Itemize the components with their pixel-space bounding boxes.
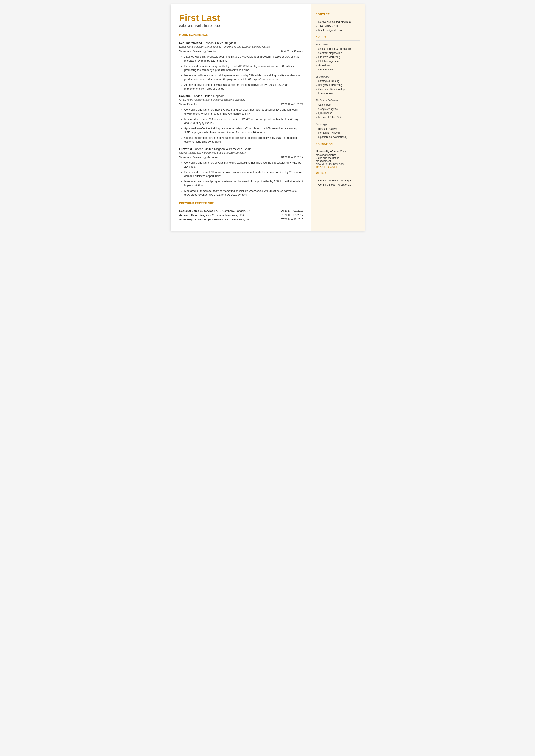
contact-list: Derbyshire, United Kingdom +44 123456789… [316,20,360,33]
job-2-role-title: Sales Director [179,102,278,106]
job-1-company-desc: Education technology startup with 50+ em… [179,45,303,48]
job-3-company-location: London, United Kingdom & Barcelona, Spai… [193,147,251,151]
job-2-company-name: Polyhire, [179,95,191,98]
sidebar: CONTACT Derbyshire, United Kingdom +44 1… [311,4,365,231]
contact-item-email: first.last@gmail.com [316,28,360,32]
language-item: English (Native) [316,127,360,131]
bullet-item: Championed implementing a new sales proc… [182,136,303,144]
contact-item-location: Derbyshire, United Kingdom [316,20,360,24]
other-list: Certified Marketing Manager. Certified S… [316,179,360,187]
prev-exp-dates-2: 01/2016 – 05/2017 [281,213,303,217]
prev-exp-title-bold-3: Sales Representative (Internship), [179,218,225,221]
edu-school: University of New York [316,150,360,153]
prev-exp-title-rest-1: ABC Company, London, UK [215,209,250,212]
edu-degree-line2: Sales and Marketing [316,156,360,159]
contact-heading: CONTACT [316,13,360,16]
prev-exp-row-2: Account Executive, XYZ Company, New York… [179,213,303,217]
tool-item: QuickBooks [316,111,360,115]
bullet-item: Supervised a team of 2K industry profess… [182,170,303,179]
bullet-item: Approved an effective training program f… [182,126,303,135]
work-experience-divider [179,38,303,38]
candidate-name: First Last [179,13,303,23]
bullet-item: Conceived and launched incentive plans a… [182,108,303,116]
job-3-dates: 10/2018 – 11/2019 [281,156,303,159]
job-1-role-row: Sales and Marketing Director 08/2021 – P… [179,49,303,53]
prev-exp-left-1: Regional Sales Supervisor, ABC Company, … [179,209,251,212]
prev-exp-title-bold-2: Account Executive, [179,213,205,217]
job-1-company-location: London, United Kingdom [204,42,236,44]
hard-skill-item: Staff Management [316,59,360,63]
job-2-company-header: Polyhire, London, United Kingdom [179,94,303,98]
technique-item: Integrated Marketing [316,83,360,87]
prev-exp-title-bold-1: Regional Sales Supervisor, [179,209,215,212]
technique-item: Customer Relationship Management [316,87,360,96]
hard-skill-item: Creative Marketing [316,55,360,59]
bullet-item: Conceived and launched several marketing… [182,161,303,169]
job-2-role-row: Sales Director 12/2019 – 07/2021 [179,102,303,106]
techniques-subheading: Techniques: [316,75,360,78]
prev-exp-title-rest-2: XYZ Company, New York, USA [205,213,244,217]
edu-location: New York City, New York [316,162,360,165]
edu-degree-line3: Management [316,159,360,162]
prev-exp-dates-1: 06/2017 – 09/2018 [281,209,303,212]
job-2-company-desc: NYSE-listed recruitment and employer bra… [179,98,303,101]
bullet-item: Mentored a team of 700 salespeople to ac… [182,117,303,126]
other-item: Certified Marketing Manager. [316,179,360,183]
other-item: Certified Sales Professional. [316,183,360,187]
job-1-dates: 08/2021 – Present [281,50,303,53]
hard-skills-list: Sales Planning & Forecasting Contract Ne… [316,47,360,72]
job-1-company-header: Resume Worded, London, United Kingdom [179,41,303,45]
prev-exp-dates-3: 07/2014 – 12/2015 [281,218,303,221]
candidate-title: Sales and Marketing Director [179,24,303,27]
tools-subheading: Tools and Software: [316,99,360,102]
contact-divider [316,17,360,17]
prev-exp-left-2: Account Executive, XYZ Company, New York… [179,213,244,217]
hard-skill-item: Sales Planning & Forecasting [316,47,360,51]
resume-document: First Last Sales and Marketing Director … [171,4,365,231]
education-heading: EDUCATION [316,143,360,146]
hard-skill-item: Demodulation [316,68,360,72]
job-3-company-header: Growthsi, London, United Kingdom & Barce… [179,147,303,151]
hard-skills-subheading: Hard Skills: [316,43,360,46]
job-3-role-row: Sales and Marketing Manager 10/2018 – 11… [179,155,303,159]
edu-degree-line1: Master of Science [316,154,360,156]
other-heading: OTHER [316,172,360,175]
languages-list: English (Native) Romanian (Native) Spani… [316,127,360,139]
bullet-item: Introduced automated program systems tha… [182,180,303,188]
bullet-item: Approved developing a new sales strategy… [182,83,303,91]
job-3-company-name: Growthsi, [179,147,193,151]
hard-skill-item: Contract Negotiation [316,51,360,55]
job-2-dates: 12/2019 – 07/2021 [281,103,303,106]
edu-dates: 10/2011 - 06/2014 [316,165,360,169]
tool-item: Google Analytics [316,107,360,111]
language-item: Romanian (Native) [316,131,360,135]
hard-skill-item: Advertising [316,63,360,68]
bullet-item: Mentored a 20-member team of marketing s… [182,189,303,197]
bullet-item: Supervised an affiliate program that gen… [182,64,303,72]
main-column: First Last Sales and Marketing Director … [171,4,311,231]
bullet-item: Attained RW's first profitable year in i… [182,55,303,63]
job-3-role-title: Sales and Marketing Manager [179,155,278,159]
skills-divider [316,40,360,41]
prev-exp-row-1: Regional Sales Supervisor, ABC Company, … [179,209,303,212]
language-item: Spanish (Conversational) [316,135,360,139]
job-2-bullets: Conceived and launched incentive plans a… [179,108,303,144]
bullet-item: Negotiated with vendors on pricing to re… [182,73,303,82]
previous-experience-divider [179,206,303,206]
job-1-company-name: Resume Worded, [179,42,203,44]
prev-exp-row-3: Sales Representative (Internship), ABC, … [179,218,303,221]
technique-item: Strategic Planning [316,79,360,83]
job-1-role-title: Sales and Marketing Director [179,49,279,53]
job-2-company-location: London, United Kingdom [192,95,225,98]
job-3-company-desc: Career training and membership SaaS with… [179,151,303,154]
prev-exp-title-rest-3: ABC, New York, USA [224,218,251,221]
tools-list: Salesforce Google Analytics QuickBooks M… [316,103,360,119]
contact-item-phone: +44 1234567890 [316,24,360,28]
techniques-list: Strategic Planning Integrated Marketing … [316,79,360,96]
prev-exp-left-3: Sales Representative (Internship), ABC, … [179,218,251,221]
tool-item: Salesforce [316,103,360,107]
education-divider [316,147,360,147]
skills-heading: SKILLS [316,36,360,39]
languages-subheading: Languages: [316,123,360,126]
job-1-bullets: Attained RW's first profitable year in i… [179,55,303,91]
